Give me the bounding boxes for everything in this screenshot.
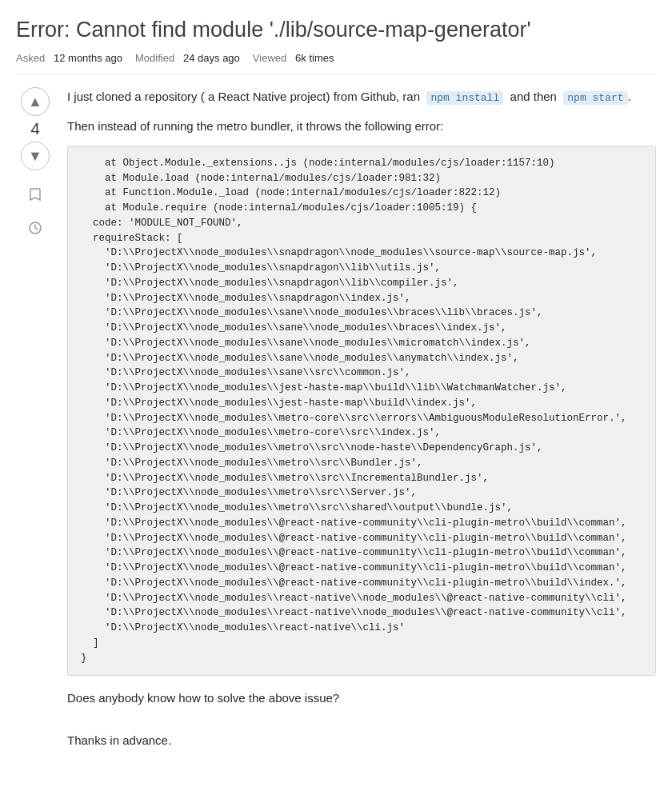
vote-column: ▲ 4 ▼ [16, 87, 54, 750]
downvote-button[interactable]: ▼ [21, 142, 50, 170]
asked-value: 12 months ago [54, 52, 122, 64]
intro-period: . [628, 90, 631, 103]
meta-viewed: Viewed 6k times [253, 52, 334, 64]
intro-paragraph: I just cloned a repository ( a React Nat… [67, 87, 656, 107]
bookmark-button[interactable] [21, 180, 50, 209]
question-body: ▲ 4 ▼ I just cloned a repository ( a Rea… [16, 87, 656, 750]
meta-modified: Modified 24 days ago [135, 52, 240, 64]
meta-asked: Asked 12 months ago [16, 52, 122, 64]
modified-label: Modified [135, 52, 174, 64]
asked-label: Asked [16, 52, 45, 64]
history-button[interactable] [21, 214, 50, 242]
intro-text-1: I just cloned a repository ( a React Nat… [67, 90, 420, 103]
intro-text-2: and then [510, 90, 557, 103]
closing-text-2: Thanks in advance. [67, 731, 656, 750]
viewed-value: 6k times [295, 52, 334, 64]
upvote-button[interactable]: ▲ [21, 87, 50, 116]
question-meta: Asked 12 months ago Modified 24 days ago… [16, 52, 656, 74]
npm-start-code: npm start [563, 91, 627, 105]
npm-install-code: npm install [426, 91, 503, 105]
error-code-block: at Object.Module._extensions..js (node:i… [67, 146, 656, 677]
vote-count: 4 [30, 119, 40, 138]
content-column: I just cloned a repository ( a React Nat… [67, 87, 656, 750]
modified-value: 24 days ago [183, 52, 240, 64]
closing-text-1: Does anybody know how to solve the above… [67, 689, 656, 708]
question-title: Error: Cannot find module './lib/source-… [16, 16, 656, 44]
viewed-label: Viewed [253, 52, 286, 64]
error-description: Then instead of running the metro bundle… [67, 117, 656, 136]
